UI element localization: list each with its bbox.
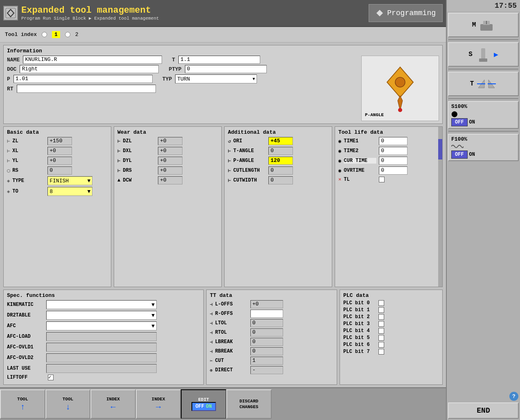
basic-xl-value[interactable]: +0 bbox=[47, 147, 72, 155]
end-button[interactable]: END bbox=[448, 402, 519, 419]
basic-to-icon: ◈ bbox=[7, 189, 10, 195]
tt-direct-icon: ⊕ bbox=[210, 368, 213, 373]
s-off-button[interactable]: OFF bbox=[451, 118, 468, 126]
tl-ovrtime-value[interactable]: 0 bbox=[379, 166, 407, 175]
basic-rs-value[interactable]: 0 bbox=[47, 166, 72, 175]
add-cutlength-label: CUTLENGTH bbox=[233, 168, 266, 173]
content-area: Information NAME KNURLING.R T 1.1 DOC Ri… bbox=[0, 43, 446, 387]
spec-lastuse-value[interactable] bbox=[46, 364, 157, 373]
typ-dropdown[interactable]: TURN ▼ bbox=[175, 74, 257, 83]
tool-down-button[interactable]: TOOL ↓ bbox=[45, 389, 91, 419]
tt-rtol-value[interactable]: 0 bbox=[250, 328, 283, 337]
spec-dr2table-label: DR2TABLE bbox=[7, 312, 44, 318]
tool-index-radio-2[interactable] bbox=[65, 32, 70, 37]
tl-time1-row: ◉ TIME1 0 bbox=[338, 137, 439, 145]
plc-bit2-checkbox[interactable] bbox=[378, 314, 384, 320]
basic-to-dropdown[interactable]: 8 ▼ bbox=[47, 187, 92, 196]
spec-afcload-value[interactable] bbox=[46, 332, 157, 341]
wear-dxl-value[interactable]: +0 bbox=[158, 147, 182, 155]
page-title: Expanded tool management bbox=[21, 5, 369, 16]
sidebar-m-button[interactable]: M bbox=[448, 13, 519, 37]
index-right-button[interactable]: INDEX → bbox=[136, 389, 181, 419]
basic-zl-value[interactable]: +150 bbox=[47, 137, 72, 145]
svg-rect-7 bbox=[480, 24, 493, 31]
add-cutlength-value[interactable]: 0 bbox=[268, 166, 293, 175]
add-pangle-row: ⊢ P-ANGLE 120 bbox=[228, 157, 329, 165]
spec-kinematic-dropdown[interactable]: ▼ bbox=[46, 300, 157, 309]
wear-dcw-value[interactable]: +0 bbox=[158, 176, 182, 184]
tool-up-button[interactable]: TOOL ↑ bbox=[0, 389, 45, 419]
tool-image: P-ANGLE bbox=[361, 56, 439, 121]
add-pangle-value[interactable]: 120 bbox=[268, 157, 293, 165]
basic-type-dropdown[interactable]: FINISH ▼ bbox=[47, 176, 92, 185]
tt-ltol-value[interactable]: 0 bbox=[250, 319, 283, 327]
plc-bit5-checkbox[interactable] bbox=[378, 335, 384, 341]
tt-rbreak-value[interactable]: 0 bbox=[250, 347, 283, 355]
spec-dr2table-dropdown[interactable]: ▼ bbox=[46, 311, 157, 320]
tt-rbreak-icon: ⊣ bbox=[210, 349, 213, 354]
basic-data-title: Basic data bbox=[7, 129, 108, 135]
tl-time2-icon: ◉ bbox=[338, 148, 341, 154]
spec-afcovld1-value[interactable] bbox=[46, 343, 157, 352]
spec-afc-dropdown[interactable]: ▼ bbox=[46, 321, 157, 330]
tl-ovrtime-row: ◉ OVRTIME 0 bbox=[338, 166, 439, 175]
tt-loffs-icon: ⊣ bbox=[210, 302, 213, 307]
tl-time1-value[interactable]: 0 bbox=[379, 137, 407, 145]
wear-dzl-value[interactable]: +0 bbox=[158, 137, 182, 145]
spec-liftoff-checkbox[interactable] bbox=[48, 375, 54, 380]
discard-label: DISCARD bbox=[239, 399, 258, 404]
tl-tl-checkbox[interactable] bbox=[379, 177, 385, 182]
wear-dyl-value[interactable]: +0 bbox=[158, 157, 182, 165]
p-value[interactable]: 1.01 bbox=[14, 75, 153, 83]
help-icon[interactable]: ? bbox=[509, 392, 518, 401]
sidebar-divider-4 bbox=[448, 131, 518, 132]
tl-time2-value[interactable]: 0 bbox=[379, 147, 407, 155]
tt-cut-value[interactable]: 1 bbox=[250, 357, 283, 365]
tl-time2-row: ◉ TIME2 0 bbox=[338, 147, 439, 155]
rt-value[interactable] bbox=[17, 85, 156, 93]
sidebar-s-button[interactable]: S ▶ bbox=[448, 42, 519, 67]
basic-yl-value[interactable]: +0 bbox=[47, 157, 72, 165]
add-tangle-value[interactable]: 0 bbox=[268, 147, 293, 155]
plc-bit7-row: PLC bit 7 bbox=[343, 349, 439, 355]
basic-rs-row: ◯ RS 0 bbox=[7, 166, 108, 175]
tool-index-radio-1[interactable] bbox=[42, 32, 47, 37]
tt-lbreak-icon: ⊣ bbox=[210, 339, 213, 345]
plc-bit7-checkbox[interactable] bbox=[378, 349, 384, 355]
tt-lbreak-value[interactable]: 0 bbox=[250, 338, 283, 346]
wear-drs-label: DRS bbox=[123, 168, 155, 173]
tl-ovrtime-label: OVRTIME bbox=[344, 168, 376, 173]
wear-drs-value[interactable]: +0 bbox=[158, 166, 182, 175]
edit-button[interactable]: EDIT OFF ON bbox=[181, 389, 226, 419]
typ-value: TURN bbox=[177, 76, 190, 82]
plc-bit4-checkbox[interactable] bbox=[378, 328, 384, 334]
s100-circle-icon: ⬤ bbox=[451, 110, 458, 117]
spec-afc-arrow: ▼ bbox=[151, 323, 155, 329]
plc-bit6-checkbox[interactable] bbox=[378, 342, 384, 348]
tt-direct-value[interactable]: - bbox=[250, 366, 283, 374]
index-left-button[interactable]: INDEX ← bbox=[90, 389, 136, 419]
sidebar-t-button[interactable]: T bbox=[448, 72, 519, 96]
add-ori-value[interactable]: +45 bbox=[268, 137, 293, 145]
additional-data-section: Additional data ↺ ORI +45 ⊢ T-ANGLE 0 ⊢ … bbox=[224, 126, 332, 287]
discard-changes-button[interactable]: DISCARD CHANGES bbox=[226, 389, 272, 419]
plc-bit3-checkbox[interactable] bbox=[378, 321, 384, 327]
tl-curtime-value[interactable]: 0 bbox=[379, 157, 407, 165]
plc-data-section: PLC data PLC bit 0 PLC bit 1 PLC bit 2 P… bbox=[340, 290, 443, 385]
t-value[interactable]: 1.1 bbox=[178, 56, 260, 64]
ptyp-value[interactable]: 0 bbox=[185, 65, 267, 73]
tt-loffs-value[interactable]: +0 bbox=[250, 300, 283, 308]
name-value[interactable]: KNURLING.R bbox=[23, 56, 162, 64]
scrollbar-track[interactable] bbox=[438, 127, 442, 287]
f-off-button[interactable]: OFF bbox=[451, 150, 468, 159]
doc-value[interactable]: Right bbox=[20, 65, 159, 73]
tt-roffs-value[interactable] bbox=[250, 310, 283, 318]
plc-bit0-checkbox[interactable] bbox=[378, 300, 384, 306]
spec-afcovld2-value[interactable] bbox=[46, 353, 157, 362]
basic-to-row: ◈ TO 8 ▼ bbox=[7, 187, 108, 196]
tool-down-label: TOOL bbox=[63, 397, 73, 402]
add-cutwidth-value[interactable]: 0 bbox=[268, 176, 293, 184]
plc-bit2-label: PLC bit 2 bbox=[343, 314, 376, 320]
name-label: NAME bbox=[7, 57, 20, 63]
plc-bit1-checkbox[interactable] bbox=[378, 307, 384, 313]
